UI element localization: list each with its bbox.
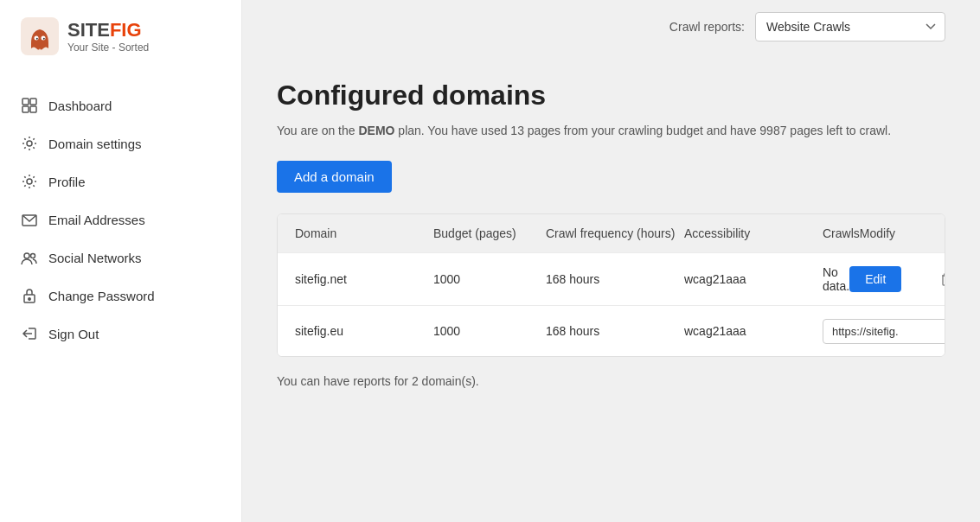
svg-point-15 [29,298,30,300]
sidebar-item-dashboard[interactable]: Dashboard [0,86,241,124]
col-domain: Domain [295,226,433,240]
col-crawls: Crawls [823,226,860,240]
page-body: Configured domains You are on the DEMO p… [242,54,980,522]
sidebar-item-change-password[interactable]: Change Password [0,277,241,315]
add-domain-button[interactable]: Add a domain [277,161,392,193]
svg-point-12 [24,253,29,258]
sidebar-item-label: Domain settings [48,137,142,151]
logo-icon [21,17,59,55]
svg-point-3 [36,38,38,40]
gear-icon [21,173,38,190]
svg-rect-6 [30,99,36,105]
row2-crawl-frequency: 168 hours [546,324,684,338]
sidebar-item-label: Profile [48,175,86,189]
plan-info-suffix: plan. You have used 13 pages from your c… [394,124,891,137]
sidebar-item-label: Dashboard [48,99,112,113]
plan-info: You are on the DEMO plan. You have used … [277,122,945,140]
gear-icon [21,135,38,152]
row2-budget: 1000 [433,324,546,338]
svg-point-1 [35,36,39,41]
logo-area: SITEFIG Your Site - Sorted [0,0,241,69]
sidebar-item-profile[interactable]: Profile [0,162,241,201]
sidebar-item-email-addresses[interactable]: Email Addresses [0,201,241,239]
table-row: sitefig.eu 1000 168 hours wcag21aaa http… [278,305,945,356]
main-content: Crawl reports: Website Crawls Configured… [242,0,980,522]
trash-icon [939,271,945,287]
top-bar: Crawl reports: Website Crawls [242,0,980,54]
footer-note: You can have reports for 2 domain(s). [277,374,945,388]
sidebar-item-label: Social Networks [48,251,142,265]
svg-rect-8 [30,106,36,112]
svg-point-2 [42,36,46,41]
row1-delete-button[interactable] [936,268,945,290]
domains-table: Domain Budget (pages) Crawl frequency (h… [277,213,945,357]
people-icon [21,249,38,266]
svg-point-10 [27,179,32,184]
crawl-reports-label: Crawl reports: [669,20,745,34]
nav-menu: Dashboard Domain settings Profile Email … [0,86,241,353]
col-accessibility: Accessibility [684,226,823,240]
svg-point-4 [43,38,45,40]
row2-crawls-select[interactable]: https://sitefig. [823,319,945,344]
crawl-reports-select-wrapper: Website Crawls [755,12,945,41]
sidebar-item-label: Email Addresses [48,213,145,227]
row1-domain: sitefig.net [295,272,433,286]
plan-info-prefix: You are on the [277,124,358,137]
svg-rect-16 [943,276,945,285]
svg-point-9 [27,141,32,146]
crawl-reports-select[interactable]: Website Crawls [755,12,945,41]
row1-accessibility: wcag21aaa [684,272,823,286]
plan-name: DEMO [358,124,394,137]
svg-rect-7 [22,106,29,112]
sidebar-item-domain-settings[interactable]: Domain settings [0,124,241,162]
table-row: sitefig.net 1000 168 hours wcag21aaa No … [278,252,945,305]
lock-icon [21,287,38,304]
logo-subtitle: Your Site - Sorted [67,41,149,54]
sidebar-item-label: Change Password [48,289,155,303]
signout-icon [21,325,38,342]
sidebar-item-sign-out[interactable]: Sign Out [0,315,241,353]
col-modify: Modify [860,226,945,240]
mail-icon [21,211,38,228]
svg-point-13 [31,254,35,258]
svg-rect-5 [22,99,29,105]
sidebar-item-social-networks[interactable]: Social Networks [0,239,241,277]
page-title: Configured domains [277,80,945,111]
logo-text: SITEFIG Your Site - Sorted [67,19,149,54]
col-budget: Budget (pages) [433,226,546,240]
sidebar-item-label: Sign Out [48,327,99,341]
grid-icon [21,97,38,114]
logo-title: SITEFIG [67,19,149,41]
row2-domain: sitefig.eu [295,324,433,338]
sidebar: SITEFIG Your Site - Sorted Dashboard Dom… [0,0,242,522]
row1-edit-button[interactable]: Edit [849,266,901,292]
col-crawl-frequency: Crawl frequency (hours) [546,226,684,240]
row1-budget: 1000 [433,272,546,286]
row2-accessibility: wcag21aaa [684,324,823,338]
row1-crawl-frequency: 168 hours [546,272,684,286]
row2-crawls: https://sitefig. [823,319,945,344]
row1-modify: Edit [849,266,936,292]
table-header: Domain Budget (pages) Crawl frequency (h… [278,214,945,252]
row1-crawls: No data. [823,265,849,293]
row1-delete [936,268,945,290]
